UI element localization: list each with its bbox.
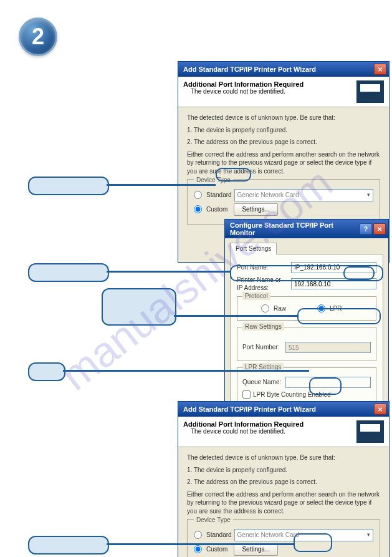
group-legend: Device Type [194,516,233,525]
chevron-down-icon: ▾ [367,531,370,538]
dialog-title: Configure Standard TCP/IP Port Monitor [230,221,360,236]
radio-lpr-label: LPR [330,304,342,313]
callout-box-large [102,288,176,326]
protocol-legend: Protocol [242,292,270,301]
device-type-group: Device Type Standard Generic Network Car… [187,519,380,557]
callout-line [107,543,294,545]
radio-custom-label: Custom [206,545,227,554]
callout-box [28,263,109,282]
radio-standard-label: Standard [206,531,232,540]
callout-line [174,315,297,317]
callout-box [28,177,109,195]
radio-custom[interactable] [194,545,202,553]
addr-label: Printer Name or IP Address: [237,276,287,293]
body-li1: 1. The device is properly configured. [187,466,380,475]
settings-button[interactable]: Settings... [234,543,277,556]
titlebar: Add Standard TCP/IP Printer Port Wizard … [178,62,389,77]
body-li2: 2. The address on the previous page is c… [187,478,380,487]
card-select[interactable]: Generic Network Card ▾ [234,189,373,201]
titlebar: Add Standard TCP/IP Printer Port Wizard … [178,402,389,417]
step-badge: 2 [19,17,57,56]
port-name-label: Port Name: [237,263,287,272]
tab-port-settings[interactable]: Port Settings [230,243,277,254]
help-icon[interactable]: ? [360,223,372,235]
close-icon[interactable]: ✕ [374,404,386,415]
header-bold: Additional Port Information Required [183,80,304,88]
callout-line [107,271,230,273]
port-name-input[interactable] [291,262,376,273]
queue-input[interactable] [285,377,371,388]
radio-standard[interactable] [194,531,202,539]
dialog-title: Add Standard TCP/IP Printer Port Wizard [183,405,316,413]
settings-button[interactable]: Settings... [234,203,277,216]
radio-raw[interactable] [261,304,269,312]
select-text: Generic Network Card [237,191,299,200]
dialog-header: Additional Port Information Required The… [178,77,389,107]
lpr-byte-checkbox[interactable] [242,390,251,399]
card-select[interactable]: Generic Network Card ▾ [234,529,373,541]
header-sub: The device could not be identified. [191,88,285,95]
callout-line [63,370,309,372]
header-sub: The device could not be identified. [191,428,285,435]
chevron-down-icon: ▾ [367,191,370,198]
lpr-byte-label: LPR Byte Counting Enabled [253,390,331,399]
printer-icon [356,420,384,443]
body-li2: 2. The address on the previous page is c… [187,138,380,147]
dialog-title: Add Standard TCP/IP Printer Port Wizard [183,65,316,73]
radio-raw-label: Raw [274,304,286,313]
select-text: Generic Network Card [237,531,299,540]
titlebar: Configure Standard TCP/IP Port Monitor ?… [225,220,388,238]
port-num-label: Port Number: [242,343,282,352]
header-bold: Additional Port Information Required [183,420,304,428]
radio-standard[interactable] [194,191,202,199]
radio-lpr[interactable] [317,304,325,312]
radio-standard-label: Standard [206,191,232,200]
device-type-group: Device Type Standard Generic Network Car… [187,179,380,225]
dialog-header: Additional Port Information Required The… [178,417,389,447]
close-icon[interactable]: ✕ [373,223,386,235]
body-text2: Either correct the address and perform a… [187,490,380,516]
body-li1: 1. The device is properly configured. [187,126,380,135]
dialog-wizard-2: Add Standard TCP/IP Printer Port Wizard … [178,401,390,557]
addr-input[interactable] [291,278,376,289]
port-num-input [285,342,371,353]
callout-box-small [28,362,65,381]
radio-custom-label: Custom [206,205,227,214]
callout-line [107,184,216,186]
radio-custom[interactable] [194,205,202,213]
callout-box [28,536,109,555]
body-text: The detected device is of unknown type. … [187,453,380,462]
body-text: The detected device is of unknown type. … [187,114,380,122]
group-legend: Device Type [194,176,233,185]
printer-icon [356,80,384,103]
raw-legend: Raw Settings [242,322,284,331]
queue-label: Queue Name: [242,378,282,387]
dialog-body: The detected device is of unknown type. … [178,447,389,557]
close-icon[interactable]: ✕ [374,64,386,75]
body-text2: Either correct the address and perform a… [187,150,380,176]
